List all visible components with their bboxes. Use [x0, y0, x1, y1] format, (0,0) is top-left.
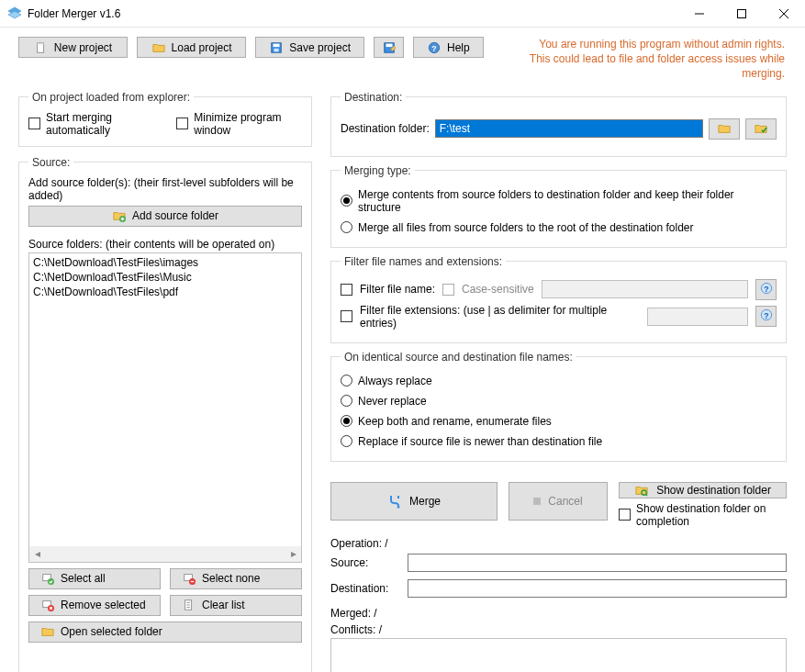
keep-both-radio[interactable] [341, 415, 352, 427]
maximize-button[interactable] [721, 0, 763, 27]
case-sensitive-checkbox[interactable] [442, 284, 454, 296]
clear-list-button[interactable]: Clear list [170, 595, 302, 616]
clear-icon [182, 598, 196, 612]
operation-status: Operation: / [330, 537, 787, 550]
destination-status-label: Destination: [330, 582, 402, 595]
destination-folder-input[interactable] [435, 119, 703, 138]
load-project-button[interactable]: Load project [137, 37, 246, 58]
help-icon: ? [760, 308, 773, 324]
document-icon [34, 40, 49, 55]
list-item[interactable]: C:\NetDownload\TestFiles\pdf [33, 285, 297, 299]
svg-rect-20 [191, 581, 195, 582]
svg-rect-10 [274, 48, 279, 51]
filter-ext-help-button[interactable]: ? [755, 306, 777, 327]
destination-status-value [408, 579, 787, 598]
folder-icon [717, 121, 732, 136]
help-label: Help [447, 41, 470, 54]
save-as-button[interactable] [374, 37, 404, 58]
save-icon [269, 40, 284, 55]
help-icon: ? [760, 282, 773, 297]
scrollbar-horizontal[interactable]: ◂ ▸ [29, 546, 301, 562]
merge-icon [387, 494, 402, 509]
show-destination-button[interactable]: Show destination folder [619, 482, 787, 498]
toolbar: New project Load project Save project ? … [0, 28, 805, 85]
select-all-button[interactable]: Select all [28, 568, 161, 589]
svg-text:?: ? [764, 311, 768, 320]
open-selected-folder-button[interactable]: Open selected folder [28, 622, 302, 643]
svg-rect-3 [738, 9, 746, 17]
svg-rect-12 [386, 43, 392, 47]
stop-icon [533, 498, 541, 505]
cancel-button[interactable]: Cancel [509, 482, 608, 521]
chevron-right-icon[interactable]: ▸ [285, 546, 301, 562]
add-source-folder-label: Add source folder [132, 209, 218, 222]
source-legend: Source: [28, 156, 73, 169]
source-group: Source: Add source folder(s): (their fir… [18, 156, 312, 672]
conflicts-log[interactable]: ◂ ▸ [330, 638, 787, 672]
chevron-left-icon[interactable]: ◂ [29, 546, 45, 562]
identical-legend: On identical source and destination file… [341, 351, 576, 364]
merged-status: Merged: / [330, 607, 787, 620]
conflicts-status: Conflicts: / [330, 623, 787, 636]
filter-file-ext-input[interactable] [647, 308, 748, 326]
browse-destination-button[interactable] [709, 118, 740, 140]
merge-keep-structure-radio[interactable] [341, 195, 352, 207]
new-project-button[interactable]: New project [18, 37, 128, 58]
replace-if-newer-radio[interactable] [341, 435, 352, 447]
minimize-window-label: Minimize program window [194, 111, 302, 137]
on-project-loaded-group: On project loaded from explorer: Start m… [18, 91, 312, 147]
svg-text:?: ? [431, 43, 436, 52]
titlebar: Folder Merger v1.6 [0, 0, 805, 28]
source-list-hint: Source folders: (their contents will be … [28, 238, 302, 251]
folder-check-icon [754, 121, 768, 136]
source-status-value [408, 554, 787, 572]
help-icon: ? [427, 40, 442, 55]
merge-button[interactable]: Merge [330, 482, 498, 521]
remove-selected-button[interactable]: Remove selected [28, 595, 161, 616]
add-source-folder-button[interactable]: Add source folder [28, 206, 302, 227]
close-button[interactable] [763, 0, 805, 27]
merge-to-root-radio[interactable] [341, 221, 352, 233]
save-project-button[interactable]: Save project [255, 37, 364, 58]
confirm-destination-button[interactable] [745, 118, 777, 140]
filter-file-ext-checkbox[interactable] [341, 310, 352, 322]
select-none-icon [182, 571, 196, 586]
folder-search-icon [634, 483, 649, 498]
filter-group: Filter file names and extensions: Filter… [330, 255, 787, 343]
folder-add-icon [112, 208, 127, 223]
always-replace-radio[interactable] [341, 375, 352, 386]
list-item[interactable]: C:\NetDownload\TestFiles\Music [33, 270, 297, 285]
minimize-button[interactable] [678, 0, 721, 27]
filter-file-name-input[interactable] [542, 280, 748, 298]
identical-names-group: On identical source and destination file… [330, 351, 787, 462]
filter-name-help-button[interactable]: ? [755, 279, 777, 300]
select-none-button[interactable]: Select none [170, 568, 302, 589]
destination-folder-label: Destination folder: [341, 122, 430, 135]
source-folders-listbox[interactable]: C:\NetDownload\TestFiles\images C:\NetDo… [28, 252, 302, 563]
new-project-label: New project [54, 41, 112, 54]
on-project-loaded-legend: On project loaded from explorer: [28, 91, 194, 104]
help-button[interactable]: ? Help [413, 37, 483, 58]
filter-file-name-checkbox[interactable] [341, 284, 352, 296]
show-on-completion-checkbox[interactable] [619, 509, 631, 521]
app-icon [7, 6, 22, 21]
folder-open-icon [151, 40, 166, 55]
source-status-label: Source: [330, 556, 402, 569]
never-replace-radio[interactable] [341, 395, 352, 407]
destination-group: Destination: Destination folder: [330, 91, 787, 157]
window-title: Folder Merger v1.6 [28, 7, 678, 20]
save-project-label: Save project [289, 41, 351, 54]
list-item[interactable]: C:\NetDownload\TestFiles\images [33, 255, 297, 270]
svg-marker-31 [397, 507, 400, 509]
admin-warning: You are running this program without adm… [493, 37, 787, 82]
start-merging-auto-label: Start merging automatically [46, 111, 159, 137]
svg-rect-9 [274, 43, 280, 47]
start-merging-auto-checkbox[interactable] [28, 118, 40, 129]
folder-open-icon [40, 624, 55, 639]
filter-legend: Filter file names and extensions: [341, 255, 506, 268]
svg-rect-7 [37, 42, 43, 44]
add-source-hint: Add source folder(s): (their first-level… [28, 176, 302, 202]
remove-icon [40, 598, 55, 612]
merging-type-legend: Merging type: [341, 164, 415, 177]
minimize-window-checkbox[interactable] [176, 118, 188, 129]
